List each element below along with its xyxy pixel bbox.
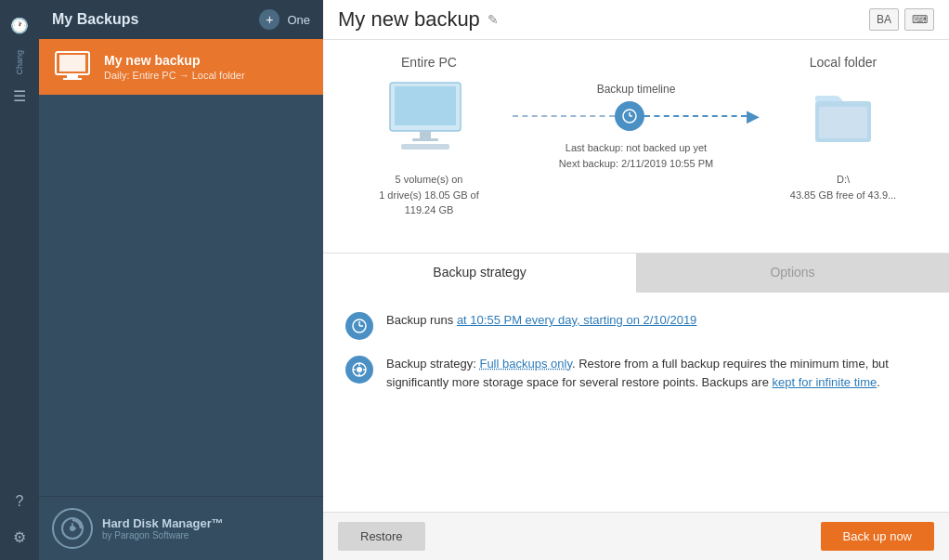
main-content: My new backup ✎ BA ⌨ Entire PC [323, 0, 949, 560]
svg-rect-1 [59, 55, 85, 72]
retention-link[interactable]: kept for infinite time [772, 375, 877, 389]
dashed-line-right [644, 115, 747, 117]
dest-label: Local folder [810, 55, 877, 70]
tab-one-label: One [287, 13, 310, 27]
strategy-content: Backup runs at 10:55 PM every day, start… [323, 293, 949, 512]
svg-point-22 [357, 367, 362, 372]
backup-item-pc-icon [52, 50, 93, 84]
timeline-label: Backup timeline [597, 83, 676, 96]
svg-rect-9 [395, 86, 456, 125]
icon-bar: 🕐 Chang ☰ ? ⚙ [0, 0, 39, 560]
sidebar-header-actions: + One [259, 9, 310, 30]
svg-rect-10 [420, 131, 431, 138]
schedule-text: Backup runs at 10:55 PM every day, start… [386, 311, 927, 330]
sidebar-header: My Backups + One [39, 0, 323, 39]
svg-rect-17 [819, 107, 867, 138]
dashed-line-left [513, 115, 615, 117]
help-icon-btn[interactable]: ? [6, 488, 33, 515]
sidebar-chang-label: Chang [15, 50, 24, 75]
settings-icon-btn[interactable]: ⚙ [6, 523, 33, 551]
dest-info: D:\ 43.85 GB free of 43.9... [790, 172, 896, 202]
next-backup-text: Next backup: 2/11/2019 10:55 PM [559, 156, 713, 172]
last-backup-text: Last backup: not backed up yet [559, 140, 713, 156]
diagram-dest: Local folder D:\ 43.85 GB free of 43.9..… [760, 55, 927, 202]
tabs-bar: Backup strategy Options [323, 254, 949, 293]
plus-icon: + [266, 12, 273, 27]
keyboard-btn[interactable]: ⌨ [904, 8, 934, 31]
keyboard-icon: ⌨ [912, 13, 928, 26]
edit-icon[interactable]: ✎ [488, 12, 499, 27]
history-icon-btn[interactable]: 🕐 [6, 11, 33, 39]
title-area: My new backup ✎ [338, 7, 499, 32]
pc-icon [383, 79, 475, 157]
app-logo [52, 508, 93, 549]
diagram-source: Entire PC 5 volume(s) on 1 drive(s) 18.0… [345, 55, 513, 218]
main-title: My new backup [338, 7, 480, 32]
restore-button[interactable]: Restore [338, 522, 425, 551]
app-info: Hard Disk Manager™ by Paragon Software [102, 516, 224, 540]
full-backup-link[interactable]: Full backups only [479, 357, 571, 371]
list-icon-btn[interactable]: ☰ [6, 83, 33, 111]
source-label: Entire PC [401, 55, 457, 70]
bottom-bar: Restore Back up now [323, 512, 949, 560]
avatar-btn[interactable]: BA [869, 8, 899, 31]
backup-name: My new backup [104, 53, 310, 68]
svg-rect-11 [412, 138, 438, 141]
schedule-item: Backup runs at 10:55 PM every day, start… [345, 311, 927, 340]
strategy-item: Backup strategy: Full backups only. Rest… [345, 355, 927, 391]
svg-rect-3 [63, 78, 82, 80]
history-icon: 🕐 [10, 17, 29, 34]
arrow-line: ▶ [513, 101, 760, 131]
settings-icon: ⚙ [13, 528, 26, 546]
help-icon: ? [16, 493, 24, 510]
backup-now-button[interactable]: Back up now [821, 522, 934, 551]
backup-list-item[interactable]: My new backup Daily: Entire PC → Local f… [39, 39, 323, 95]
tab-strategy[interactable]: Backup strategy [323, 254, 636, 293]
svg-rect-2 [67, 74, 78, 78]
app-name: Hard Disk Manager™ [102, 516, 224, 530]
main-sidebar: My Backups + One My new backup Daily: En… [39, 0, 323, 560]
top-bar: My new backup ✎ BA ⌨ [323, 0, 949, 40]
backup-item-text: My new backup Daily: Entire PC → Local f… [104, 53, 310, 81]
folder-icon [806, 79, 880, 157]
diagram-timeline: Backup timeline ▶ Last backup: not backe… [513, 55, 760, 171]
arrow-tip: ▶ [747, 108, 760, 124]
svg-rect-12 [401, 144, 449, 150]
backup-time-info: Last backup: not backed up yet Next back… [559, 140, 713, 171]
diagram-area: Entire PC 5 volume(s) on 1 drive(s) 18.0… [323, 40, 949, 254]
schedule-link[interactable]: at 10:55 PM every day, starting on 2/10/… [457, 313, 696, 327]
list-icon: ☰ [13, 87, 26, 105]
schedule-icon [345, 312, 373, 340]
sidebar-title: My Backups [52, 11, 138, 28]
avatar-icon: BA [877, 13, 891, 26]
sidebar-footer: Hard Disk Manager™ by Paragon Software [39, 496, 323, 560]
add-backup-button[interactable]: + [259, 9, 280, 30]
strategy-type-icon [345, 356, 373, 384]
strategy-description: Backup strategy: Full backups only. Rest… [386, 355, 927, 391]
clock-icon [615, 101, 644, 131]
source-info: 5 volume(s) on 1 drive(s) 18.05 GB of 11… [379, 172, 479, 218]
top-bar-actions: BA ⌨ [869, 8, 934, 31]
app-by: by Paragon Software [102, 530, 224, 540]
backup-desc: Daily: Entire PC → Local folder [104, 70, 310, 81]
tab-options[interactable]: Options [636, 254, 949, 293]
